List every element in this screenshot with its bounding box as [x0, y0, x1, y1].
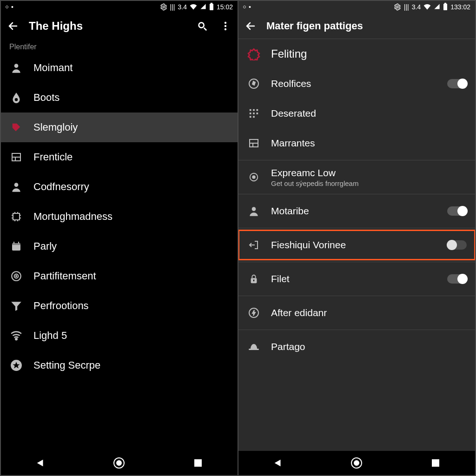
- svg-point-0: [163, 6, 165, 8]
- exit-icon: [247, 238, 261, 252]
- right-item-motaribe[interactable]: Motaribe: [238, 196, 475, 226]
- left-item-perfrootions[interactable]: Perfrootions: [1, 291, 238, 321]
- gear-icon: [160, 3, 167, 11]
- divider: [238, 330, 475, 330]
- status-time: 133:02: [450, 3, 470, 11]
- phone-screen-right: • ||| 3.4 133:02 Mater figen pattiges Fe…: [238, 1, 475, 475]
- item-label: Reolfices: [271, 78, 437, 89]
- item-label: Motaribe: [271, 205, 437, 217]
- overflow-menu-button[interactable]: [218, 19, 233, 33]
- item-label: Codfnesorry: [33, 181, 229, 193]
- nav-recent-button[interactable]: [189, 454, 207, 472]
- item-label: Frenticle: [33, 151, 229, 163]
- right-item-reolfices[interactable]: Reolfices: [238, 69, 475, 99]
- right-item-deserated[interactable]: Deserated: [238, 99, 475, 128]
- svg-point-4: [225, 22, 226, 24]
- toggle-switch[interactable]: [447, 274, 467, 284]
- left-item-mortughmadness[interactable]: Mortughmadness: [1, 202, 238, 231]
- bars-icon: |||: [404, 3, 409, 11]
- status-bullet-icon: •: [11, 3, 13, 11]
- left-item-setting-secrpe[interactable]: Setting Secrpe: [1, 350, 238, 380]
- item-label: Deserated: [271, 108, 467, 119]
- item-label: Perfrootions: [33, 300, 229, 312]
- nav-bar: [1, 451, 238, 475]
- svg-point-16: [16, 276, 17, 277]
- status-bullet-icon: •: [249, 3, 251, 11]
- right-item-after-edidanr[interactable]: After edidanr: [238, 298, 475, 328]
- left-item-parly[interactable]: Parly: [1, 231, 238, 261]
- svg-point-3: [199, 23, 204, 28]
- toggle-switch[interactable]: [447, 240, 467, 250]
- svg-rect-42: [249, 349, 259, 350]
- toggle-switch[interactable]: [447, 79, 467, 88]
- tag-icon: [9, 120, 23, 134]
- grid-icon: [247, 106, 261, 120]
- svg-rect-28: [257, 109, 258, 111]
- battery-icon: [209, 3, 214, 12]
- svg-rect-23: [443, 4, 447, 10]
- status-dot-icon: [243, 6, 246, 8]
- item-label: Moimant: [33, 62, 229, 74]
- search-button[interactable]: [195, 19, 210, 33]
- battery-icon: [443, 3, 448, 12]
- left-item-slemgloiy[interactable]: Slemgloiy: [1, 112, 238, 142]
- left-item-codfnesorry[interactable]: Codfnesorry: [1, 172, 238, 202]
- item-label: Mortughmadness: [33, 211, 229, 223]
- right-item-fieshiqui-vorinee[interactable]: Fieshiqui Vorinee: [238, 230, 475, 260]
- right-item-filet[interactable]: Filet: [238, 264, 475, 294]
- status-dot-icon: [6, 6, 8, 8]
- item-label: Partago: [271, 341, 467, 352]
- divider: [238, 228, 475, 228]
- right-item-expreamc-low[interactable]: Expreamc LowGet out sýepedis fnorrgleam: [238, 162, 475, 192]
- back-button[interactable]: [243, 19, 258, 33]
- divider: [238, 262, 475, 262]
- item-label: Boots: [33, 92, 229, 104]
- left-item-partifitemsent[interactable]: Partifitemsent: [1, 261, 238, 291]
- compass-icon: [247, 77, 261, 91]
- back-button[interactable]: [6, 19, 20, 33]
- lock-icon: [247, 272, 261, 286]
- nav-back-button[interactable]: [269, 454, 287, 472]
- svg-point-7: [14, 64, 19, 68]
- right-item-marrantes[interactable]: Marrantes: [238, 128, 475, 158]
- svg-rect-45: [432, 459, 439, 467]
- item-label: Slemgloiy: [33, 121, 229, 133]
- left-item-lighd-5[interactable]: Lighd 5: [1, 321, 238, 350]
- nav-home-button[interactable]: [347, 454, 366, 472]
- svg-rect-26: [250, 109, 251, 111]
- svg-point-10: [14, 183, 19, 187]
- item-label: Lighd 5: [33, 330, 229, 342]
- panel-icon: [247, 136, 261, 150]
- wifi-icon: [190, 3, 197, 11]
- right-item-partago[interactable]: Partago: [238, 332, 475, 362]
- nav-recent-button[interactable]: [426, 454, 445, 472]
- wifi-icon: [423, 3, 431, 11]
- toggle-switch[interactable]: [447, 206, 467, 216]
- left-item-frenticle[interactable]: Frenticle: [1, 142, 238, 172]
- svg-point-8: [15, 98, 18, 101]
- settings-header: Feliting: [238, 39, 475, 69]
- nav-back-button[interactable]: [31, 454, 50, 472]
- signal-icon: [200, 3, 206, 11]
- gear-icon: [394, 3, 401, 11]
- status-time: 15:02: [217, 3, 233, 11]
- svg-point-5: [225, 25, 226, 27]
- status-bar: • ||| 3.4 133:02: [238, 1, 475, 13]
- svg-point-17: [15, 338, 17, 340]
- item-label: Partifitemsent: [33, 270, 229, 282]
- settings-header-label: Feliting: [271, 47, 467, 60]
- ring-icon: [247, 47, 261, 61]
- item-label: Filet: [271, 273, 437, 284]
- item-label: Marrantes: [271, 138, 467, 149]
- target-icon: [9, 269, 23, 283]
- nav-home-button[interactable]: [110, 454, 128, 472]
- left-item-boots[interactable]: Boots: [1, 83, 238, 112]
- item-label: Fieshiqui Vorinee: [271, 239, 437, 251]
- svg-rect-13: [12, 243, 20, 245]
- left-item-moimant[interactable]: Moimant: [1, 53, 238, 83]
- signal-icon: [434, 3, 440, 11]
- app-bar: Mater figen pattiges: [238, 13, 475, 39]
- nav-bar: [238, 451, 475, 475]
- svg-rect-1: [210, 4, 213, 10]
- svg-rect-30: [253, 112, 255, 114]
